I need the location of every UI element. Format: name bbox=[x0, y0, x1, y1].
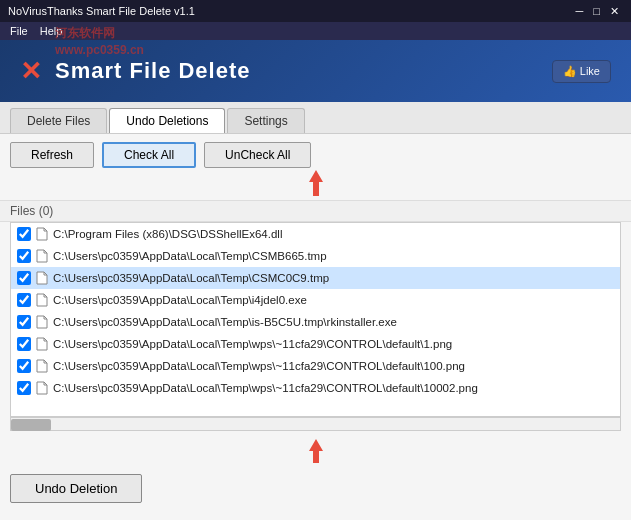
like-button[interactable]: 👍 Like bbox=[552, 60, 611, 83]
svg-marker-1 bbox=[309, 439, 323, 463]
scrollbar-thumb[interactable] bbox=[11, 419, 51, 431]
file-list-item[interactable]: C:\Users\pc0359\AppData\Local\Temp\CSMB6… bbox=[11, 245, 620, 267]
file-path-text: C:\Users\pc0359\AppData\Local\Temp\CSMC0… bbox=[53, 272, 329, 284]
file-list-item[interactable]: C:\Users\pc0359\AppData\Local\Temp\is-B5… bbox=[11, 311, 620, 333]
file-checkbox[interactable] bbox=[17, 271, 31, 285]
file-checkbox[interactable] bbox=[17, 227, 31, 241]
file-checkbox[interactable] bbox=[17, 359, 31, 373]
tab-delete-files[interactable]: Delete Files bbox=[10, 108, 107, 133]
menu-bar: File Help bbox=[0, 22, 631, 40]
close-icon[interactable]: ✕ bbox=[606, 5, 623, 18]
file-list-item[interactable]: C:\Users\pc0359\AppData\Local\Temp\wps\~… bbox=[11, 333, 620, 355]
menu-file[interactable]: File bbox=[10, 25, 28, 37]
tab-bar: Delete Files Undo Deletions Settings bbox=[0, 102, 631, 134]
check-all-button[interactable]: Check All bbox=[102, 142, 196, 168]
undo-arrow bbox=[0, 435, 631, 470]
file-checkbox[interactable] bbox=[17, 381, 31, 395]
refresh-button[interactable]: Refresh bbox=[10, 142, 94, 168]
file-icon bbox=[35, 292, 49, 308]
file-path-text: C:\Users\pc0359\AppData\Local\Temp\CSMB6… bbox=[53, 250, 327, 262]
undo-deletion-button[interactable]: Undo Deletion bbox=[10, 474, 142, 503]
file-checkbox[interactable] bbox=[17, 293, 31, 307]
file-path-text: C:\Program Files (x86)\DSG\DSShellEx64.d… bbox=[53, 228, 282, 240]
title-x-icon: ✕ bbox=[20, 56, 43, 87]
svg-marker-0 bbox=[309, 170, 323, 196]
file-icon bbox=[35, 314, 49, 330]
file-icon bbox=[35, 380, 49, 396]
file-list-header: Files (0) bbox=[0, 200, 631, 222]
file-checkbox[interactable] bbox=[17, 337, 31, 351]
minimize-icon[interactable]: ─ bbox=[572, 5, 588, 18]
file-list-item[interactable]: C:\Users\pc0359\AppData\Local\Temp\i4jde… bbox=[11, 289, 620, 311]
file-list-item[interactable]: C:\Program Files (x86)\DSG\DSShellEx64.d… bbox=[11, 223, 620, 245]
maximize-icon[interactable]: □ bbox=[589, 5, 604, 18]
window-controls: ─ □ ✕ bbox=[572, 5, 623, 18]
file-path-text: C:\Users\pc0359\AppData\Local\Temp\wps\~… bbox=[53, 382, 478, 394]
file-icon bbox=[35, 358, 49, 374]
file-list[interactable]: C:\Program Files (x86)\DSG\DSShellEx64.d… bbox=[10, 222, 621, 417]
file-icon bbox=[35, 336, 49, 352]
window-title: NoVirusThanks Smart File Delete v1.1 bbox=[8, 5, 195, 17]
horizontal-scrollbar[interactable] bbox=[10, 417, 621, 431]
file-checkbox[interactable] bbox=[17, 315, 31, 329]
app-header: ✕ Smart File Delete 👍 Like bbox=[0, 40, 631, 102]
down-arrow-icon bbox=[301, 437, 331, 465]
menu-help[interactable]: Help bbox=[40, 25, 63, 37]
file-list-item[interactable]: C:\Users\pc0359\AppData\Local\Temp\wps\~… bbox=[11, 377, 620, 399]
file-path-text: C:\Users\pc0359\AppData\Local\Temp\wps\~… bbox=[53, 338, 452, 350]
tab-settings[interactable]: Settings bbox=[227, 108, 304, 133]
uncheck-all-button[interactable]: UnCheck All bbox=[204, 142, 311, 168]
file-list-item[interactable]: C:\Users\pc0359\AppData\Local\Temp\CSMC0… bbox=[11, 267, 620, 289]
title-bar: NoVirusThanks Smart File Delete v1.1 ─ □… bbox=[0, 0, 631, 22]
file-path-text: C:\Users\pc0359\AppData\Local\Temp\wps\~… bbox=[53, 360, 465, 372]
bottom-section: Undo Deletion bbox=[0, 470, 631, 511]
main-content: Delete Files Undo Deletions Settings Ref… bbox=[0, 102, 631, 520]
app-title-container: ✕ Smart File Delete bbox=[20, 56, 251, 87]
check-all-arrow bbox=[0, 168, 631, 198]
tab-undo-deletions[interactable]: Undo Deletions bbox=[109, 108, 225, 133]
file-path-text: C:\Users\pc0359\AppData\Local\Temp\is-B5… bbox=[53, 316, 397, 328]
app-title-text: Smart File Delete bbox=[55, 58, 251, 84]
arrow-icon bbox=[301, 168, 331, 198]
file-path-text: C:\Users\pc0359\AppData\Local\Temp\i4jde… bbox=[53, 294, 307, 306]
file-list-item[interactable]: C:\Users\pc0359\AppData\Local\Temp\wps\~… bbox=[11, 355, 620, 377]
file-icon bbox=[35, 270, 49, 286]
file-icon bbox=[35, 226, 49, 242]
file-icon bbox=[35, 248, 49, 264]
file-checkbox[interactable] bbox=[17, 249, 31, 263]
